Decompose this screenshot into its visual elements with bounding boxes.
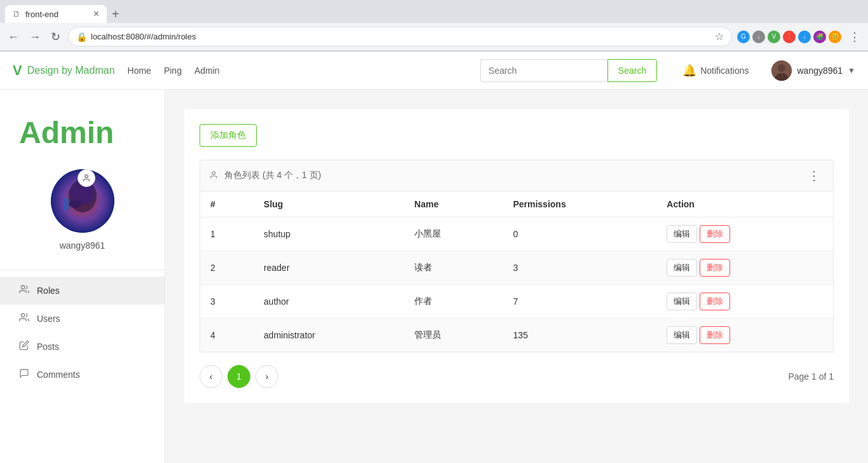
notifications-link[interactable]: 🔔 Notifications xyxy=(682,64,749,78)
row1-permissions: 0 xyxy=(503,218,656,251)
navbar: V Design by Madman Home Ping Admin Searc… xyxy=(0,52,868,90)
forward-button[interactable]: → xyxy=(27,29,43,45)
sidebar-posts-label: Posts xyxy=(37,342,59,352)
col-action: Action xyxy=(656,191,833,218)
row3-edit-button[interactable]: 编辑 xyxy=(667,293,697,310)
nav-admin[interactable]: Admin xyxy=(194,63,220,78)
ext-icon-6[interactable]: 🧩 xyxy=(813,31,826,43)
nav-home[interactable]: Home xyxy=(128,63,151,78)
back-button[interactable]: ← xyxy=(5,29,22,45)
posts-icon xyxy=(19,340,29,353)
row4-delete-button[interactable]: 删除 xyxy=(700,326,730,344)
user-menu[interactable]: wangy8961 ▼ xyxy=(771,60,855,81)
row3-delete-button[interactable]: 删除 xyxy=(700,293,730,310)
table-row: 4 administrator 管理员 135 编辑 删除 xyxy=(200,319,834,352)
address-bar[interactable]: 🔒 localhost:8080/#/admin/roles ☆ xyxy=(68,27,732,46)
sidebar-title: Admin xyxy=(0,102,165,169)
comments-icon xyxy=(19,368,29,381)
row4-edit-button[interactable]: 编辑 xyxy=(667,326,697,344)
main-layout: Admin xyxy=(0,90,868,463)
notifications-label: Notifications xyxy=(700,66,749,76)
row2-action: 编辑 删除 xyxy=(656,251,833,285)
sidebar-item-roles[interactable]: Roles xyxy=(0,277,165,305)
list-more-button[interactable]: ⋮ xyxy=(805,168,823,183)
table-row: 1 shutup 小黑屋 0 编辑 删除 xyxy=(200,218,834,251)
navbar-nav: Home Ping Admin xyxy=(128,63,220,78)
search-button[interactable]: Search xyxy=(607,59,657,82)
svg-point-9 xyxy=(21,286,24,289)
row2-slug: reader xyxy=(254,251,404,285)
col-name: Name xyxy=(404,191,503,218)
sidebar: Admin xyxy=(0,90,165,463)
row2-name: 读者 xyxy=(404,251,503,285)
brand-v-logo: V xyxy=(13,62,22,79)
row4-slug: administrator xyxy=(254,319,404,352)
add-role-button[interactable]: 添加角色 xyxy=(200,124,257,147)
pagination-controls: ‹ 1 › xyxy=(200,365,278,388)
address-text: localhost:8080/#/admin/roles xyxy=(91,32,711,41)
row2-delete-button[interactable]: 删除 xyxy=(700,259,730,277)
sidebar-item-comments[interactable]: Comments xyxy=(0,361,165,389)
row1-id: 1 xyxy=(200,218,254,251)
list-header-text: 角色列表 (共 4 个，1 页) xyxy=(224,170,321,181)
row1-delete-button[interactable]: 删除 xyxy=(700,225,730,243)
sidebar-roles-label: Roles xyxy=(37,286,60,296)
table-row: 2 reader 读者 3 编辑 删除 xyxy=(200,251,834,285)
user-chevron-icon: ▼ xyxy=(848,66,855,75)
svg-rect-7 xyxy=(64,198,69,211)
sidebar-users-label: Users xyxy=(37,314,60,324)
ext-icon-3[interactable]: V xyxy=(768,31,780,43)
sidebar-item-posts[interactable]: Posts xyxy=(0,333,165,361)
app-container: V Design by Madman Home Ping Admin Searc… xyxy=(0,52,868,463)
prev-page-button[interactable]: ‹ xyxy=(200,365,222,388)
nav-ping[interactable]: Ping xyxy=(164,63,182,78)
address-lock-icon: 🔒 xyxy=(76,32,87,42)
ext-icon-4[interactable]: 📍 xyxy=(783,31,796,43)
col-permissions: Permissions xyxy=(503,191,656,218)
svg-point-10 xyxy=(21,314,24,317)
list-person-icon xyxy=(210,170,219,181)
row2-edit-button[interactable]: 编辑 xyxy=(667,259,697,277)
row3-permissions: 7 xyxy=(503,285,656,319)
svg-point-8 xyxy=(85,175,88,178)
browser-toolbar: ← → ↻ 🔒 localhost:8080/#/admin/roles ☆ G… xyxy=(0,23,868,51)
roles-table: # Slug Name Permissions Action 1 shutup … xyxy=(200,191,834,352)
row4-permissions: 135 xyxy=(503,319,656,352)
new-tab-button[interactable]: + xyxy=(107,7,125,22)
browser-tab[interactable]: 🗋 front-end × xyxy=(5,5,107,23)
user-name-label: wangy8961 xyxy=(797,66,843,76)
ext-icon-1[interactable]: G xyxy=(737,31,750,43)
row1-edit-button[interactable]: 编辑 xyxy=(667,225,697,243)
bookmark-star-icon[interactable]: ☆ xyxy=(715,31,724,43)
search-input[interactable] xyxy=(480,59,607,82)
tab-title: front-end xyxy=(25,10,58,19)
ext-icon-5[interactable]: ↓ xyxy=(798,31,811,43)
browser-chrome: 🗋 front-end × + ← → ↻ 🔒 localhost:8080/#… xyxy=(0,0,868,52)
navbar-search: Search xyxy=(480,59,657,82)
sidebar-avatar-section: wangy8961 xyxy=(0,169,165,270)
row3-slug: author xyxy=(254,285,404,319)
pagination: ‹ 1 › Page 1 of 1 xyxy=(200,365,834,388)
ext-icon-7[interactable]: 😊 xyxy=(829,31,841,43)
svg-point-11 xyxy=(212,171,215,174)
sidebar-comments-label: Comments xyxy=(37,370,80,380)
list-header: 角色列表 (共 4 个，1 页) ⋮ xyxy=(200,160,834,191)
col-id: # xyxy=(200,191,254,218)
reload-button[interactable]: ↻ xyxy=(48,29,63,45)
brand-text: Design by Madman xyxy=(27,65,115,76)
users-icon xyxy=(19,312,29,325)
next-page-button[interactable]: › xyxy=(255,365,278,388)
svg-point-1 xyxy=(778,64,785,72)
page-1-button[interactable]: 1 xyxy=(227,365,250,388)
row1-action: 编辑 删除 xyxy=(656,218,833,251)
tab-close-button[interactable]: × xyxy=(93,9,99,19)
row3-action: 编辑 删除 xyxy=(656,285,833,319)
list-header-title: 角色列表 (共 4 个，1 页) xyxy=(210,170,321,181)
sidebar-item-users[interactable]: Users xyxy=(0,305,165,333)
avatar-edit-icon[interactable] xyxy=(78,169,95,187)
bell-icon: 🔔 xyxy=(682,64,696,78)
table-row: 3 author 作者 7 编辑 删除 xyxy=(200,285,834,319)
browser-menu-button[interactable]: ⋮ xyxy=(846,27,863,46)
ext-icon-2[interactable]: ↓ xyxy=(752,31,765,43)
brand-logo-link[interactable]: V Design by Madman xyxy=(13,62,115,79)
